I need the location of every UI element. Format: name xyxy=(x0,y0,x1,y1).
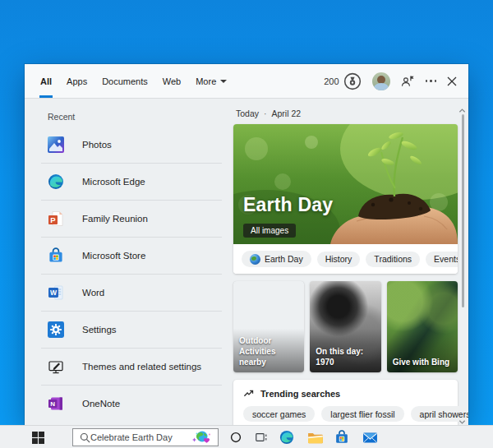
store-app-icon xyxy=(48,247,64,264)
scroll-up-icon[interactable] xyxy=(458,103,466,110)
recent-item-label: OneNote xyxy=(82,399,120,409)
trending-chip-largest-flier-fossil[interactable]: largest flier fossil xyxy=(321,406,403,422)
trending-arrow-icon xyxy=(243,388,254,399)
today-label: Today xyxy=(236,109,259,118)
close-icon[interactable] xyxy=(447,76,457,86)
card-caption: Outdoor Activities nearby xyxy=(239,335,300,367)
all-images-button[interactable]: All images xyxy=(243,224,296,238)
cortana-icon xyxy=(230,432,242,443)
tab-all-label: All xyxy=(40,76,52,86)
task-view-button[interactable] xyxy=(249,426,274,448)
tab-apps-label: Apps xyxy=(67,76,87,86)
tab-web-label: Web xyxy=(163,76,181,86)
card-on-this-day[interactable]: On this day: 1970 xyxy=(310,281,380,372)
card-give-with-bing[interactable]: Give with Bing xyxy=(387,281,458,372)
results-panel: Today · April 22 xyxy=(230,99,468,424)
user-avatar[interactable] xyxy=(372,72,390,90)
card-outdoor-activities[interactable]: Outdoor Activities nearby xyxy=(233,281,304,372)
dot-separator: · xyxy=(264,109,267,118)
trending-title: Trending searches xyxy=(260,389,340,399)
chip-label: Earth Day xyxy=(265,254,303,264)
mail-taskbar-icon xyxy=(362,432,378,444)
feedback-icon[interactable] xyxy=(401,74,415,88)
search-magnifier-icon xyxy=(80,432,90,443)
word-app-icon: W xyxy=(48,284,64,301)
desktop: All Apps Documents Web More 200 xyxy=(0,0,493,448)
search-tab-bar: All Apps Documents Web More 200 xyxy=(25,64,468,99)
store-taskbar-button[interactable] xyxy=(329,426,354,448)
card-caption: Give with Bing xyxy=(393,357,454,367)
start-icon xyxy=(32,432,44,444)
onenote-app-icon: N xyxy=(48,395,64,412)
cortana-button[interactable] xyxy=(223,426,248,448)
recent-item-label: Microsoft Store xyxy=(82,251,145,261)
today-header: Today · April 22 xyxy=(236,109,468,118)
taskbar xyxy=(0,425,493,448)
tab-web[interactable]: Web xyxy=(155,64,188,98)
task-view-icon xyxy=(255,431,268,444)
edge-taskbar-button[interactable] xyxy=(274,426,299,448)
search-tabs: All Apps Documents Web More xyxy=(33,64,234,98)
tab-more-label: More xyxy=(196,76,216,86)
file-explorer-button[interactable] xyxy=(302,426,327,448)
card-caption: On this day: 1970 xyxy=(316,346,376,367)
recent-title: Recent xyxy=(25,105,230,127)
recent-item-microsoft-edge[interactable]: Microsoft Edge xyxy=(25,164,230,200)
edge-taskbar-icon xyxy=(279,430,294,445)
tab-all[interactable]: All xyxy=(33,64,59,98)
today-date: April 22 xyxy=(272,109,302,118)
chip-events[interactable]: Events xyxy=(426,252,458,267)
scrollbar-thumb[interactable] xyxy=(462,114,464,307)
recent-item-label: Word xyxy=(82,288,104,298)
rewards-medal-icon xyxy=(343,72,362,90)
ellipsis-icon[interactable] xyxy=(426,80,437,82)
recent-item-label: Settings xyxy=(82,325,117,335)
recent-item-microsoft-store[interactable]: Microsoft Store xyxy=(25,238,230,274)
photos-app-icon xyxy=(48,136,64,153)
earth-day-doodle-icon xyxy=(190,429,214,446)
tab-documents-label: Documents xyxy=(102,76,148,86)
hero-title: Earth Day xyxy=(243,194,333,216)
earth-globe-icon xyxy=(250,254,260,265)
chip-traditions[interactable]: Traditions xyxy=(366,252,420,267)
avatar-body xyxy=(374,83,389,90)
recent-item-settings[interactable]: Settings xyxy=(25,312,230,348)
scroll-down-icon[interactable] xyxy=(458,414,466,422)
chip-earth-day[interactable]: Earth Day xyxy=(242,251,311,267)
earth-day-photo: Earth Day All images xyxy=(233,124,458,244)
svg-text:P: P xyxy=(50,215,56,224)
recent-panel: Recent Photos xyxy=(25,99,230,424)
recent-item-label: Microsoft Edge xyxy=(82,177,145,187)
recent-item-label: Family Reunion xyxy=(82,214,148,224)
tab-documents[interactable]: Documents xyxy=(94,64,155,98)
rewards-points-value: 200 xyxy=(324,76,339,86)
rewards-points-button[interactable]: 200 xyxy=(324,72,361,90)
search-input[interactable] xyxy=(90,432,190,442)
recent-item-photos[interactable]: Photos xyxy=(25,127,230,163)
themes-monitor-pen-icon xyxy=(48,358,64,375)
mail-button[interactable] xyxy=(357,426,382,448)
settings-app-icon xyxy=(48,321,64,338)
results-scrollbar[interactable] xyxy=(457,99,468,425)
recent-item-label: Themes and related settings xyxy=(82,362,201,372)
recent-item-family-reunion[interactable]: P Family Reunion xyxy=(25,201,230,237)
chip-history[interactable]: History xyxy=(317,252,361,267)
earth-day-hero-card[interactable]: Earth Day All images Earth Day History T… xyxy=(233,124,458,274)
file-explorer-icon xyxy=(307,432,323,444)
chip-label: Traditions xyxy=(374,254,412,264)
hero-chip-row: Earth Day History Traditions Events xyxy=(233,244,458,274)
recent-item-themes-settings[interactable]: Themes and related settings xyxy=(25,349,230,385)
recent-item-word[interactable]: W Word xyxy=(25,275,230,311)
trending-searches-card: Trending searches soccer games largest f… xyxy=(233,380,458,425)
tab-more[interactable]: More xyxy=(188,64,234,98)
svg-text:N: N xyxy=(50,400,55,408)
taskbar-search-box[interactable] xyxy=(72,428,219,446)
recent-item-label: Photos xyxy=(82,140,112,150)
chevron-down-icon xyxy=(220,80,227,83)
edge-app-icon xyxy=(48,173,64,190)
tab-apps[interactable]: Apps xyxy=(59,64,94,98)
story-cards-row: Outdoor Activities nearby On this day: 1… xyxy=(233,281,458,372)
trending-chip-soccer-games[interactable]: soccer games xyxy=(243,406,315,422)
start-button[interactable] xyxy=(25,426,51,448)
recent-item-onenote[interactable]: N OneNote xyxy=(25,386,230,422)
